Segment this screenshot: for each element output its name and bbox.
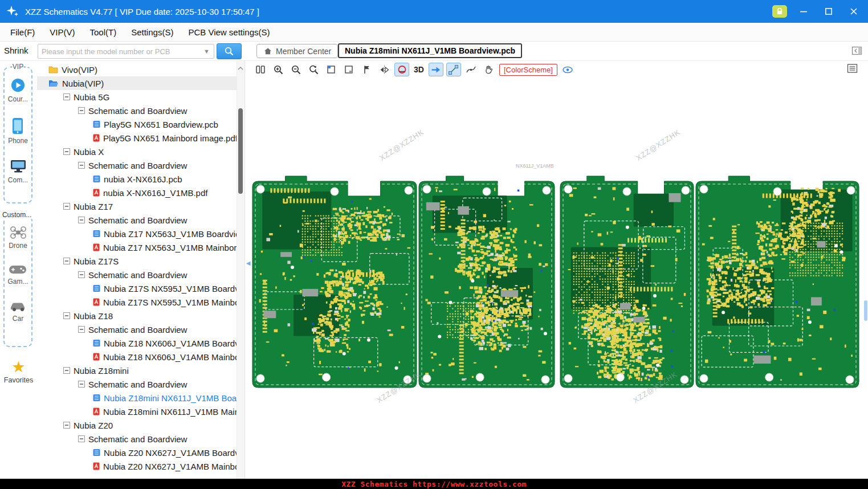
tree-item[interactable]: Schematic and Boardview [37, 377, 237, 391]
tree-item[interactable]: Nubia Z17S [37, 254, 237, 268]
zoom-reset-icon[interactable] [306, 63, 321, 76]
zoom-out-icon[interactable] [288, 63, 303, 76]
collapse-panel-icon[interactable] [851, 46, 862, 58]
close-button[interactable] [845, 3, 862, 20]
tree-item[interactable]: Schematic and Boardview [37, 158, 237, 172]
collapse-minus-icon[interactable] [78, 217, 85, 223]
tree-item[interactable]: Nubia Z17S NX595J_V1MB Boardvie [37, 282, 237, 295]
canvas-scrollbar-thumb[interactable] [864, 300, 867, 321]
tree-item[interactable]: Nubia Z18 NX606J_V1AMB Boardvie [37, 336, 237, 350]
app-logo-sparkle-icon [6, 5, 19, 18]
collapse-minus-icon[interactable] [78, 326, 85, 333]
minimize-button[interactable] [795, 3, 812, 20]
tree-item-label: Nubia Z17S NX595J_V1MB Boardvie [104, 284, 237, 294]
tree-item-label: Nubia X [74, 147, 104, 157]
board-top-view-icon[interactable] [324, 63, 339, 76]
menu-item-vip[interactable]: VIP(V) [50, 27, 75, 37]
search-input[interactable] [38, 47, 203, 56]
3d-view-button[interactable]: 3D [412, 65, 426, 74]
tree-item[interactable]: Nubia Z17 NX563J_V1MB Mainbord [37, 241, 237, 254]
tree-scrollbar-thumb[interactable] [238, 108, 243, 194]
top-toolbar: Shrink ▼ Member Center Nubia Z18mini NX6… [0, 42, 868, 61]
tree-item[interactable]: Vivo(VIP) [37, 63, 237, 76]
computer-icon [10, 159, 27, 174]
board-bottom-view-icon[interactable] [341, 63, 356, 76]
sidebar-item-phone[interactable]: Phone [8, 117, 28, 145]
collapse-minus-icon[interactable] [63, 367, 70, 374]
tree-item[interactable]: Nubia Z20 [37, 418, 237, 432]
menu-item-pcb-view-settings[interactable]: PCB View settings(S) [188, 27, 270, 37]
tree-item[interactable]: Nubia Z20 NX627J_V1AMB Mainbor [37, 459, 237, 473]
tree-item[interactable]: Nubia Z18 NX606J_V1AMB Mainbor [37, 350, 237, 364]
tree-item[interactable]: Nubia Z18mini NX611J_V1MB Mainb [37, 405, 237, 418]
sidebar-item-game[interactable]: Gam... [7, 264, 28, 286]
document-tab[interactable]: Nubia Z18mini NX611J_V1MB Boardview.pcb [338, 43, 522, 58]
license-lock-icon[interactable] [772, 5, 787, 18]
tree-item[interactable]: Nubia(VIP) [37, 76, 237, 90]
collapse-minus-icon[interactable] [78, 271, 85, 278]
tree-item[interactable]: Schematic and Boardview [37, 432, 237, 446]
collapse-minus-icon[interactable] [63, 312, 70, 319]
visibility-eye-icon[interactable] [560, 63, 575, 76]
scroll-up-icon[interactable] [238, 63, 243, 73]
curve-tool-icon[interactable] [464, 63, 479, 76]
viewer-toolbar: 3D [ColorScheme] [253, 62, 575, 78]
collapse-minus-icon[interactable] [63, 93, 70, 100]
tree-item[interactable]: Schematic and Boardview [37, 104, 237, 117]
collapse-minus-icon[interactable] [63, 148, 70, 155]
collapse-tree-icon[interactable]: ◀ [245, 255, 251, 271]
sidebar-item-course[interactable]: Cour... [8, 78, 28, 103]
tree-item-label: Nubia Z20 [74, 421, 113, 430]
tree-item[interactable]: Nubia Z17 [37, 199, 237, 213]
pcb-viewer: 3D [ColorScheme] XZZ@XZZHK XZZ@X [245, 61, 868, 479]
measure-icon[interactable] [446, 63, 461, 76]
member-center-button[interactable]: Member Center [256, 44, 338, 58]
sidebar-item-drone[interactable]: Drone [9, 226, 27, 250]
collapse-minus-icon[interactable] [63, 422, 70, 429]
split-view-icon[interactable] [253, 63, 268, 76]
sidebar-item-favorites[interactable]: ★ Favorites [0, 360, 37, 384]
jump-arrow-icon[interactable] [429, 63, 443, 76]
collapse-minus-icon[interactable] [78, 162, 85, 169]
collapse-minus-icon[interactable] [63, 258, 70, 264]
pcb-canvas[interactable]: XZZ@XZZHK XZZ@XZZHK XZZ@XZZHK XZZ@XZZHK … [245, 77, 868, 479]
tree-item[interactable]: Nubia X [37, 145, 237, 158]
tree-scrollbar[interactable] [237, 61, 244, 479]
menu-item-settings[interactable]: Settings(S) [131, 27, 173, 37]
tree-item[interactable]: Play5G NX651 Mainbord image.pdf [37, 131, 237, 145]
zoom-in-icon[interactable] [271, 63, 286, 76]
tree-item-label: Nubia Z17 NX563J_V1MB Boardview [104, 229, 237, 239]
tree-item[interactable]: Schematic and Boardview [37, 323, 237, 336]
collapse-minus-icon[interactable] [78, 381, 85, 388]
diode-mode-icon[interactable] [394, 63, 409, 76]
layer-list-icon[interactable] [847, 63, 858, 75]
tree-item[interactable]: Nubia 5G [37, 90, 237, 104]
collapse-minus-icon[interactable] [78, 435, 85, 442]
dropdown-caret-icon[interactable]: ▼ [203, 48, 210, 55]
collapse-minus-icon[interactable] [63, 203, 70, 210]
colorscheme-button[interactable]: [ColorScheme] [499, 64, 557, 76]
pan-hand-icon[interactable] [482, 63, 496, 76]
tree-item[interactable]: Nubia Z17S NX595J_V1MB Mainbor [37, 295, 237, 309]
tree-item[interactable]: Play5G NX651 Boardview.pcb [37, 117, 237, 131]
tree-item[interactable]: Nubia Z18 [37, 309, 237, 323]
tree-item[interactable]: nubia X-NX616J.pcb [37, 172, 237, 186]
tree-item[interactable]: nubia X-NX616J_V1MB.pdf [37, 186, 237, 199]
shrink-button[interactable]: Shrink [4, 46, 28, 55]
sidebar-item-computer[interactable]: Com... [8, 159, 28, 184]
menu-item-file[interactable]: File(F) [10, 27, 35, 37]
maximize-button[interactable] [820, 3, 837, 20]
tree-item[interactable]: Schematic and Boardview [37, 213, 237, 227]
menu-item-tool[interactable]: Tool(T) [90, 27, 117, 37]
search-button[interactable] [217, 43, 242, 59]
flag-icon[interactable] [359, 63, 374, 76]
sidebar-item-car[interactable]: Car [9, 300, 27, 323]
tree-item[interactable]: Nubia Z18mini [37, 364, 237, 377]
tree-item[interactable]: Nubia Z18mini NX611J_V1MB Board [37, 391, 237, 405]
tree-item[interactable]: Nubia Z20 NX627J_V1AMB Boardvie [37, 446, 237, 459]
pcb-file-icon [93, 449, 100, 457]
collapse-minus-icon[interactable] [78, 107, 85, 114]
flip-horizontal-icon[interactable] [377, 63, 392, 76]
tree-item[interactable]: Schematic and Boardview [37, 268, 237, 282]
tree-item[interactable]: Nubia Z17 NX563J_V1MB Boardview [37, 227, 237, 241]
